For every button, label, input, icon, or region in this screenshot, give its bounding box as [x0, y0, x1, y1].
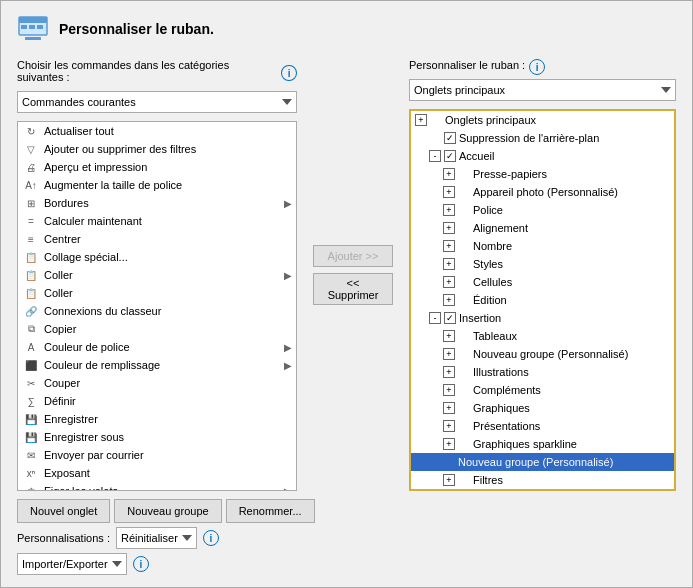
tree-item[interactable]: +Édition: [411, 291, 674, 309]
list-item[interactable]: 📋Collage spécial...: [18, 248, 296, 266]
command-icon: 💾: [22, 429, 40, 445]
import-export-info-icon[interactable]: i: [133, 556, 149, 572]
right-info-icon[interactable]: i: [529, 59, 545, 75]
list-item[interactable]: ▽Ajouter ou supprimer des filtres: [18, 140, 296, 158]
command-label: Enregistrer: [44, 413, 98, 425]
list-item[interactable]: ✉Envoyer par courrier: [18, 446, 296, 464]
tree-item[interactable]: +Presse-papiers: [411, 165, 674, 183]
left-category-dropdown[interactable]: Commandes courantes: [17, 91, 297, 113]
tree-item[interactable]: +Présentations: [411, 417, 674, 435]
list-item[interactable]: 📋Coller▶: [18, 266, 296, 284]
commands-listbox[interactable]: ↻Actualiser tout▽Ajouter ou supprimer de…: [17, 121, 297, 491]
list-item[interactable]: xⁿExposant: [18, 464, 296, 482]
list-item[interactable]: 💾Enregistrer: [18, 410, 296, 428]
tree-item-label: Suppression de l'arrière-plan: [459, 132, 599, 144]
tree-item[interactable]: +Liens: [411, 489, 674, 491]
dialog-title: Personnaliser le ruban.: [59, 21, 214, 37]
list-item[interactable]: 📋Coller: [18, 284, 296, 302]
submenu-arrow-icon: ▶: [284, 342, 292, 353]
import-export-dropdown[interactable]: Importer/Exporter: [17, 553, 127, 575]
tree-expand-icon[interactable]: +: [443, 186, 455, 198]
tree-item-label: Tableaux: [473, 330, 517, 342]
submenu-arrow-icon: ▶: [284, 486, 292, 492]
list-item[interactable]: ❄Figer les volets▶: [18, 482, 296, 491]
tree-checkbox[interactable]: [444, 132, 456, 144]
tree-expand-icon[interactable]: +: [443, 222, 455, 234]
list-item[interactable]: =Calculer maintenant: [18, 212, 296, 230]
tree-item[interactable]: +Nombre: [411, 237, 674, 255]
list-item[interactable]: ⊞Bordures▶: [18, 194, 296, 212]
tree-item[interactable]: Nouveau groupe (Personnalisé): [411, 453, 674, 471]
command-icon: 📋: [22, 267, 40, 283]
tree-expand-icon[interactable]: +: [443, 330, 455, 342]
tree-expand-icon[interactable]: +: [443, 420, 455, 432]
list-item[interactable]: ∑Définir: [18, 392, 296, 410]
tree-item[interactable]: +Graphiques sparkline: [411, 435, 674, 453]
tree-expand-icon[interactable]: +: [415, 114, 427, 126]
list-item[interactable]: ⬛Couleur de remplissage▶: [18, 356, 296, 374]
tree-item[interactable]: +Tableaux: [411, 327, 674, 345]
tree-expand-icon[interactable]: +: [443, 276, 455, 288]
tree-item-label: Appareil photo (Personnalisé): [473, 186, 618, 198]
command-icon: ⊞: [22, 195, 40, 211]
main-content: Choisir les commandes dans les catégorie…: [17, 59, 676, 491]
tree-expand-icon[interactable]: +: [443, 348, 455, 360]
tree-item[interactable]: +Compléments: [411, 381, 674, 399]
list-item[interactable]: ⧉Copier: [18, 320, 296, 338]
tree-item[interactable]: +Police: [411, 201, 674, 219]
list-item[interactable]: ↻Actualiser tout: [18, 122, 296, 140]
tree-expand-icon[interactable]: +: [443, 204, 455, 216]
list-item[interactable]: 💾Enregistrer sous: [18, 428, 296, 446]
list-item[interactable]: ≡Centrer: [18, 230, 296, 248]
tree-item[interactable]: +Nouveau groupe (Personnalisé): [411, 345, 674, 363]
rename-button[interactable]: Renommer...: [226, 499, 315, 523]
tree-expand-icon[interactable]: -: [429, 312, 441, 324]
tree-item[interactable]: +Graphiques: [411, 399, 674, 417]
remove-button[interactable]: << Supprimer: [313, 273, 393, 305]
tree-item[interactable]: +Filtres: [411, 471, 674, 489]
list-item[interactable]: 🖨Aperçu et impression: [18, 158, 296, 176]
left-info-icon[interactable]: i: [281, 65, 297, 81]
right-section-label: Personnaliser le ruban :: [409, 59, 525, 71]
tree-item[interactable]: +Appareil photo (Personnalisé): [411, 183, 674, 201]
tree-expand-icon[interactable]: +: [443, 402, 455, 414]
tree-item[interactable]: Suppression de l'arrière-plan: [411, 129, 674, 147]
tree-item[interactable]: +Illustrations: [411, 363, 674, 381]
command-label: Copier: [44, 323, 76, 335]
tree-checkbox[interactable]: [444, 150, 456, 162]
tree-expand-icon[interactable]: +: [443, 168, 455, 180]
tree-checkbox[interactable]: [444, 312, 456, 324]
command-icon: 🖨: [22, 159, 40, 175]
new-tab-button[interactable]: Nouvel onglet: [17, 499, 110, 523]
tree-item[interactable]: -Insertion: [411, 309, 674, 327]
list-item[interactable]: A↑Augmenter la taille de police: [18, 176, 296, 194]
ribbon-tree[interactable]: +Onglets principauxSuppression de l'arri…: [409, 109, 676, 491]
right-ribbon-dropdown[interactable]: Onglets principaux: [409, 79, 676, 101]
command-label: Augmenter la taille de police: [44, 179, 182, 191]
tree-expand-icon[interactable]: +: [443, 240, 455, 252]
tree-expand-icon[interactable]: +: [443, 384, 455, 396]
reset-dropdown[interactable]: Réinitialiser: [116, 527, 197, 549]
tree-item[interactable]: +Alignement: [411, 219, 674, 237]
command-label: Coller: [44, 287, 73, 299]
tree-item[interactable]: -Accueil: [411, 147, 674, 165]
tree-item[interactable]: +Styles: [411, 255, 674, 273]
list-item[interactable]: ACouleur de police▶: [18, 338, 296, 356]
tree-item[interactable]: +Cellules: [411, 273, 674, 291]
tree-expand-icon[interactable]: +: [443, 294, 455, 306]
tree-expand-icon[interactable]: +: [443, 474, 455, 486]
personalizations-info-icon[interactable]: i: [203, 530, 219, 546]
tree-expand-icon[interactable]: +: [443, 258, 455, 270]
tree-expand-icon[interactable]: +: [443, 438, 455, 450]
list-item[interactable]: ✂Couper: [18, 374, 296, 392]
command-icon: ⧉: [22, 321, 40, 337]
tree-expand-icon[interactable]: -: [429, 150, 441, 162]
tree-item[interactable]: +Onglets principaux: [411, 111, 674, 129]
tree-item-label: Compléments: [473, 384, 541, 396]
tree-expand-icon[interactable]: +: [443, 366, 455, 378]
new-group-button[interactable]: Nouveau groupe: [114, 499, 221, 523]
list-item[interactable]: 🔗Connexions du classeur: [18, 302, 296, 320]
command-icon: ✂: [22, 375, 40, 391]
add-button[interactable]: Ajouter >>: [313, 245, 393, 267]
tree-item-label: Graphiques: [473, 402, 530, 414]
